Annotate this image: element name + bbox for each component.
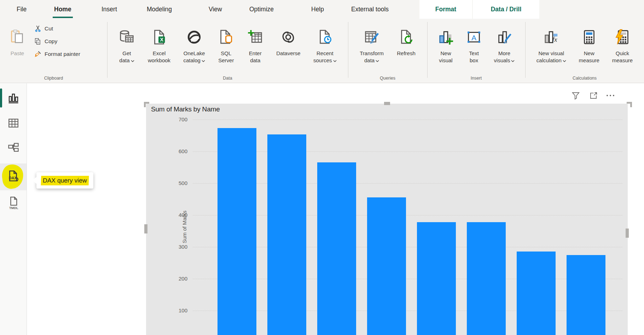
resize-handle-right-middle[interactable] [626, 229, 629, 238]
excel-workbook-button[interactable]: X Excel workbook [146, 24, 172, 64]
recent-sources-icon [317, 24, 333, 50]
tmdl-view-icon: TMDL [7, 196, 20, 210]
bar-chart-visual[interactable]: Sum of Marks by Name Sum of Marks 100200… [146, 104, 628, 335]
text-box-button[interactable]: A Text box [464, 24, 483, 64]
bar[interactable] [417, 222, 456, 335]
paste-button[interactable]: Paste [6, 24, 28, 57]
view-switcher-sidebar: DAX TMDL [0, 83, 27, 335]
new-measure-label-2: measure [579, 57, 599, 64]
format-painter-button[interactable]: Format painter [34, 48, 80, 60]
enter-data-label-1: Enter [249, 50, 262, 57]
svg-text:fx: fx [552, 36, 557, 43]
dax-query-view-icon: DAX [6, 169, 21, 184]
tab-file[interactable]: File [17, 0, 27, 19]
group-label-queries: Queries [348, 75, 427, 82]
bar[interactable] [267, 134, 306, 335]
cut-button[interactable]: Cut [34, 23, 53, 35]
new-visual-button[interactable]: New visual [436, 24, 456, 64]
gridline [193, 247, 622, 247]
text-box-label-1: Text [469, 50, 479, 57]
gridline [193, 183, 622, 184]
new-visual-calculation-icon: fx [543, 24, 559, 50]
chevron-down-icon [376, 60, 379, 62]
bar[interactable] [367, 197, 406, 335]
new-measure-button[interactable]: New measure [578, 24, 601, 64]
new-measure-icon [581, 24, 597, 50]
copy-button[interactable]: Copy [34, 35, 57, 47]
paste-clipboard-icon [9, 24, 25, 50]
transform-data-label-1: Transform [360, 50, 384, 57]
copy-label: Copy [45, 38, 57, 45]
text-box-label-2: box [470, 57, 478, 64]
svg-text:X: X [160, 37, 163, 42]
svg-text:DAX: DAX [9, 176, 17, 180]
tab-home[interactable]: Home [54, 0, 71, 19]
copy-icon [34, 37, 42, 45]
excel-workbook-label-1: Excel [153, 50, 166, 57]
recent-sources-button[interactable]: Recent sources [312, 24, 338, 64]
ribbon: File Home Insert Modeling View Optimize … [0, 0, 644, 83]
bar[interactable] [317, 162, 356, 335]
bar[interactable] [517, 252, 556, 335]
tab-view[interactable]: View [209, 0, 222, 19]
new-visual-calculation-button[interactable]: fx New visual calculation [535, 24, 568, 64]
sql-server-icon [218, 24, 234, 50]
chevron-down-icon [511, 60, 515, 62]
bar[interactable] [217, 128, 256, 335]
chevron-down-icon [563, 60, 566, 62]
chevron-down-icon [202, 60, 205, 62]
tab-format[interactable]: Format [419, 0, 472, 19]
tab-external-tools[interactable]: External tools [351, 0, 389, 19]
get-data-button[interactable]: Get data [117, 24, 136, 64]
transform-data-button[interactable]: Transform data [358, 24, 385, 64]
group-calculations: fx New visual calculation [525, 19, 644, 83]
sidebar-item-model-view[interactable] [0, 139, 27, 156]
tab-optimize[interactable]: Optimize [249, 0, 274, 19]
sidebar-item-dax-query-view[interactable]: DAX [0, 163, 27, 190]
gridline [193, 151, 622, 152]
format-painter-label: Format painter [45, 51, 80, 58]
cut-label: Cut [45, 25, 53, 32]
text-box-icon: A [466, 24, 482, 50]
recent-sources-label-2: sources [313, 57, 332, 63]
y-axis-tick-label: 500 [146, 180, 187, 186]
get-data-label-1: Get [122, 50, 131, 57]
sidebar-item-tmdl-view[interactable]: TMDL [0, 194, 27, 212]
sidebar-item-table-view[interactable] [0, 115, 27, 132]
refresh-button[interactable]: Refresh [395, 24, 417, 64]
quick-measure-button[interactable]: Quick measure [611, 24, 634, 64]
resize-handle-left-middle[interactable] [144, 224, 147, 233]
group-label-data: Data [107, 75, 348, 82]
onelake-catalog-icon [186, 24, 202, 50]
more-options-icon[interactable] [605, 90, 616, 101]
new-visual-calculation-label-1: New visual [539, 50, 564, 57]
tab-modeling[interactable]: Modeling [147, 0, 172, 19]
group-label-calculations: Calculations [525, 75, 644, 82]
new-visual-icon [438, 24, 454, 50]
bar[interactable] [567, 255, 605, 335]
dataverse-label-1: Dataverse [276, 50, 300, 57]
new-visual-calculation-label-2: calculation [536, 57, 562, 63]
bar[interactable] [467, 222, 506, 335]
sql-server-label-2: Server [218, 57, 234, 64]
powerbi-desktop-window: File Home Insert Modeling View Optimize … [0, 0, 644, 335]
filter-icon[interactable] [570, 90, 581, 101]
tab-insert[interactable]: Insert [101, 0, 117, 19]
tab-data-drill[interactable]: Data / Drill [473, 0, 539, 19]
resize-handle-top-left[interactable] [144, 102, 149, 107]
sidebar-item-report-view[interactable] [0, 90, 27, 107]
focus-mode-icon[interactable] [588, 90, 599, 101]
dataverse-button[interactable]: Dataverse [275, 24, 302, 64]
sql-server-button[interactable]: SQL Server [216, 24, 236, 64]
more-visuals-button[interactable]: More visuals [493, 24, 516, 64]
paste-label: Paste [11, 50, 24, 57]
visual-title: Sum of Marks by Name [151, 105, 220, 113]
onelake-catalog-button[interactable]: OneLake catalog [182, 24, 207, 64]
tab-help[interactable]: Help [311, 0, 324, 19]
format-painter-brush-icon [34, 50, 42, 58]
gridline [193, 215, 622, 215]
enter-data-button[interactable]: Enter data [246, 24, 265, 64]
transform-data-icon [364, 24, 380, 50]
resize-handle-top-right[interactable] [627, 102, 632, 107]
resize-handle-top-center[interactable] [384, 102, 390, 105]
